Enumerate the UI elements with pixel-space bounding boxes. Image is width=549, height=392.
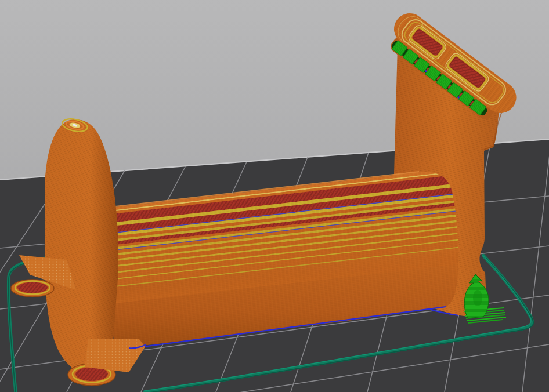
ear-pad-a	[11, 280, 54, 297]
pad-red-infill	[17, 282, 48, 293]
support-column-shade	[473, 290, 482, 306]
scene-canvas[interactable]	[0, 0, 549, 392]
slicer-3d-viewport[interactable]	[0, 0, 549, 392]
